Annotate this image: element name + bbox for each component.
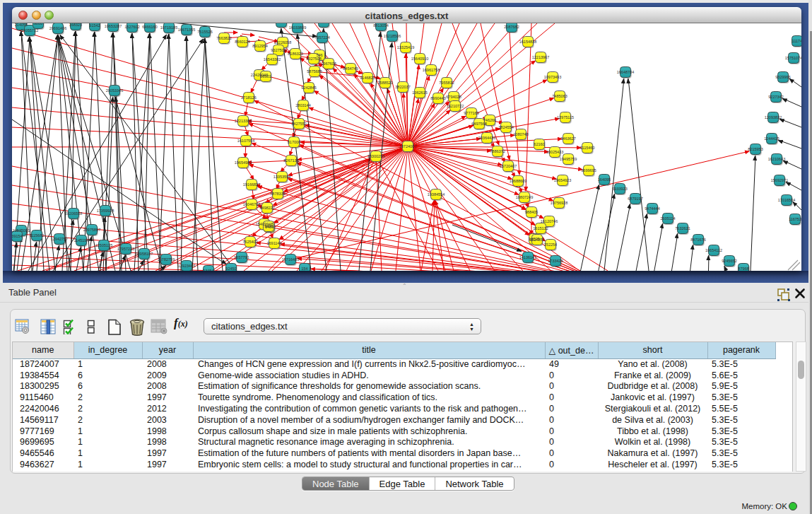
svg-text:12213967: 12213967 (532, 55, 549, 59)
svg-text:9245652: 9245652 (722, 259, 736, 263)
svg-text:154: 154 (301, 267, 307, 271)
svg-text:12923446: 12923446 (178, 264, 195, 268)
svg-text:12975115: 12975115 (557, 115, 574, 119)
svg-text:9463627: 9463627 (560, 136, 575, 141)
svg-text:13353594: 13353594 (273, 175, 290, 179)
svg-text:9327509: 9327509 (271, 48, 286, 52)
svg-text:10958107: 10958107 (136, 252, 153, 256)
svg-text:9866: 9866 (34, 23, 42, 25)
svg-text:9146821: 9146821 (360, 76, 375, 80)
svg-text:16033809: 16033809 (289, 25, 306, 30)
svg-text:10688609: 10688609 (510, 179, 526, 183)
svg-text:12942757: 12942757 (51, 237, 68, 241)
svg-text:11174: 11174 (792, 39, 801, 43)
svg-text:15751074: 15751074 (785, 56, 801, 60)
svg-text:7632621: 7632621 (675, 226, 690, 230)
svg-text:7485063: 7485063 (552, 94, 567, 98)
svg-text:16107554: 16107554 (237, 139, 254, 143)
svg-text:1080748: 1080748 (513, 132, 528, 136)
svg-text:16671355: 16671355 (178, 28, 195, 32)
svg-text:6879197: 6879197 (628, 197, 642, 201)
svg-text:2967608: 2967608 (321, 62, 336, 66)
svg-text:9777169: 9777169 (464, 111, 478, 115)
svg-text:168323: 168323 (69, 23, 82, 27)
svg-text:98901: 98901 (260, 74, 271, 78)
svg-text:7886372: 7886372 (490, 149, 505, 153)
svg-text:19495759: 19495759 (560, 157, 577, 161)
svg-text:7955812: 7955812 (439, 81, 454, 85)
svg-text:8215953: 8215953 (748, 147, 763, 151)
svg-text:19166827: 19166827 (243, 182, 260, 187)
svg-text:8990443: 8990443 (430, 96, 445, 100)
svg-text:19654923: 19654923 (554, 178, 571, 182)
svg-text:1733426: 1733426 (548, 259, 563, 263)
svg-text:20364436: 20364436 (478, 136, 495, 140)
svg-text:8813054: 8813054 (373, 23, 388, 28)
svg-text:10025433: 10025433 (546, 150, 563, 154)
svg-text:18724007: 18724007 (399, 144, 416, 148)
svg-text:9524851: 9524851 (529, 238, 544, 242)
svg-text:8427552: 8427552 (291, 122, 306, 126)
svg-text:6794028: 6794028 (446, 95, 461, 99)
svg-text:62160: 62160 (534, 142, 544, 146)
svg-text:18807249: 18807249 (516, 195, 533, 199)
svg-text:20053346: 20053346 (106, 88, 123, 93)
svg-text:91542: 91542 (89, 23, 100, 28)
svg-text:1145194: 1145194 (73, 238, 88, 243)
svg-text:1527602: 1527602 (124, 25, 139, 29)
svg-text:16120746: 16120746 (541, 219, 558, 223)
svg-text:10719185: 10719185 (160, 25, 177, 30)
svg-text:19218506: 19218506 (384, 34, 401, 38)
svg-text:92450: 92450 (225, 267, 236, 271)
svg-text:20691406: 20691406 (49, 26, 66, 30)
svg-text:1615132: 1615132 (533, 226, 548, 230)
svg-text:13325419: 13325419 (397, 45, 414, 49)
svg-text:15716485: 15716485 (282, 257, 299, 262)
svg-text:93454: 93454 (203, 269, 213, 271)
svg-text:20206558: 20206558 (65, 211, 82, 216)
svg-text:9329966: 9329966 (775, 75, 790, 79)
svg-text:16782759: 16782759 (158, 257, 175, 262)
svg-text:164095: 164095 (598, 177, 611, 182)
svg-text:16961758: 16961758 (423, 68, 440, 72)
svg-text:20975867: 20975867 (83, 228, 100, 232)
svg-text:988405: 988405 (525, 210, 538, 214)
svg-text:9499: 9499 (264, 224, 273, 228)
svg-text:3822037: 3822037 (395, 85, 410, 89)
svg-text:2087682: 2087682 (504, 25, 519, 29)
svg-text:5875685: 5875685 (307, 69, 322, 74)
svg-text:16154838: 16154838 (519, 40, 536, 44)
svg-text:7357224: 7357224 (314, 35, 329, 40)
svg-text:1115682: 1115682 (30, 233, 45, 238)
svg-text:252254: 252254 (544, 243, 557, 247)
svg-text:116753: 116753 (789, 217, 801, 221)
svg-text:10973493: 10973493 (544, 75, 561, 79)
svg-text:14136141: 14136141 (519, 255, 536, 259)
svg-text:10653287: 10653287 (105, 24, 122, 28)
svg-text:8267130: 8267130 (283, 158, 298, 163)
svg-text:8186323: 8186323 (288, 52, 302, 56)
svg-text:2588520: 2588520 (377, 81, 392, 85)
svg-text:1244415: 1244415 (764, 136, 779, 141)
svg-text:19384554: 19384554 (428, 192, 445, 197)
svg-text:16210643: 16210643 (768, 157, 785, 161)
svg-text:88130: 88130 (318, 23, 329, 24)
svg-text:8471676: 8471676 (690, 238, 705, 242)
svg-text:8454749: 8454749 (343, 66, 358, 71)
svg-text:6466160: 6466160 (142, 25, 157, 29)
svg-text:19654983: 19654983 (235, 160, 252, 165)
svg-text:16543382: 16543382 (264, 57, 281, 62)
svg-text:18300295: 18300295 (367, 154, 384, 158)
svg-text:1691144: 1691144 (266, 241, 281, 245)
svg-text:9699695: 9699695 (581, 168, 596, 173)
svg-text:2803144: 2803144 (295, 103, 310, 107)
svg-text:1362615: 1362615 (412, 90, 427, 95)
svg-text:21535001: 21535001 (13, 228, 30, 233)
svg-text:17957225: 17957225 (117, 247, 134, 251)
svg-text:9227342: 9227342 (768, 95, 783, 99)
svg-text:214055: 214055 (15, 23, 28, 27)
svg-text:15720407: 15720407 (500, 164, 517, 168)
svg-text:7663822: 7663822 (216, 36, 231, 40)
svg-text:15640910: 15640910 (411, 57, 428, 61)
svg-text:2718126: 2718126 (241, 95, 256, 100)
